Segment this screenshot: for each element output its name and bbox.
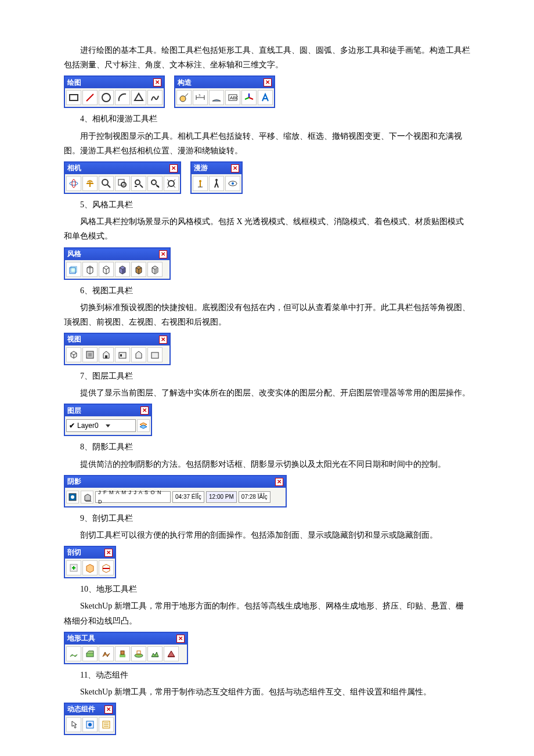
stamp-icon[interactable]: [115, 646, 130, 661]
svg-rect-0: [70, 95, 78, 100]
xray-mode-icon[interactable]: [66, 262, 81, 277]
arc-tool-icon[interactable]: [115, 90, 130, 105]
svg-point-27: [215, 179, 218, 181]
drape-icon[interactable]: [131, 646, 146, 661]
protractor-icon[interactable]: [209, 90, 224, 105]
shadow-dialog-icon[interactable]: [66, 491, 79, 503]
3dtext-tool-icon[interactable]: [258, 90, 273, 105]
draw-toolbar-title: 绘图: [67, 77, 81, 89]
circle-tool-icon[interactable]: [99, 90, 114, 105]
wireframe-mode-icon[interactable]: [82, 262, 98, 277]
monochrome-mode-icon[interactable]: [147, 262, 163, 277]
svg-point-24: [168, 181, 174, 186]
close-icon[interactable]: ✕: [104, 705, 113, 714]
svg-line-5: [185, 93, 188, 97]
look-around-icon[interactable]: [225, 176, 240, 191]
svg-point-17: [72, 179, 75, 188]
from-contours-icon[interactable]: [66, 646, 81, 661]
check-icon: ✔: [69, 420, 75, 433]
zoom-next-icon[interactable]: [147, 176, 163, 191]
section-9-title: 9、剖切工具栏: [64, 511, 470, 525]
svg-point-39: [71, 495, 74, 499]
dynamic-component-toolbar: 动态组件 ✕: [64, 703, 116, 735]
intro-paragraph: 进行绘图的基本工具。绘图工具栏包括矩形工具、直线工具、圆、圆弧、多边形工具和徒手…: [64, 43, 470, 72]
tape-measure-icon[interactable]: [176, 90, 192, 105]
dimension-tool-icon[interactable]: 3: [193, 90, 208, 105]
style-toolbar-title: 风格: [67, 248, 81, 261]
close-icon[interactable]: ✕: [140, 406, 149, 415]
zoom-extents-icon[interactable]: [164, 176, 179, 191]
current-layer-name: Layer0: [77, 420, 99, 433]
camera-toolbar: 相机 ✕: [64, 161, 181, 194]
rectangle-tool-icon[interactable]: [66, 90, 81, 105]
close-icon[interactable]: ✕: [153, 78, 161, 87]
top-view-icon[interactable]: [82, 347, 98, 362]
section-8-title: 8、阴影工具栏: [64, 440, 470, 454]
time-value-3: 07:28 ÏÂÎç: [239, 491, 270, 503]
close-icon[interactable]: ✕: [104, 549, 113, 557]
add-section-icon[interactable]: [66, 560, 81, 575]
svg-rect-37: [151, 352, 158, 358]
dropdown-arrow-icon: [106, 424, 110, 427]
layer-manager-icon[interactable]: [137, 419, 150, 432]
svg-rect-36: [120, 354, 122, 357]
interact-icon[interactable]: [66, 717, 81, 732]
back-view-icon[interactable]: [131, 347, 146, 362]
iso-view-icon[interactable]: [66, 347, 81, 362]
section-7-body: 提供了显示当前图层、了解选中实体所在的图层、改变实体的图层分配、开启图层管理器等…: [64, 386, 470, 400]
walk-icon[interactable]: [209, 176, 224, 191]
section-8-body: 提供简洁的控制阴影的方法。包括阴影对话框、阴影显示切换以及太阳光在不同日期和时间…: [64, 457, 470, 471]
terrain-toolbar: 地形工具 ✕: [64, 632, 188, 664]
svg-point-22: [135, 180, 140, 185]
zoom-icon[interactable]: [99, 176, 114, 191]
layer-dropdown[interactable]: ✔ Layer0: [66, 419, 136, 432]
freehand-tool-icon[interactable]: [147, 90, 163, 105]
flip-edge-icon[interactable]: [164, 646, 179, 661]
layer-toolbar-title: 图层: [67, 405, 81, 417]
orbit-icon[interactable]: [66, 176, 81, 191]
line-tool-icon[interactable]: [82, 90, 98, 105]
close-icon[interactable]: ✕: [231, 164, 239, 172]
close-icon[interactable]: ✕: [264, 78, 272, 87]
svg-point-18: [102, 179, 108, 185]
polygon-tool-icon[interactable]: [131, 90, 146, 105]
close-icon[interactable]: ✕: [275, 478, 283, 486]
close-icon[interactable]: ✕: [159, 336, 167, 344]
shadow-toggle-icon[interactable]: [81, 491, 93, 503]
left-view-icon[interactable]: [147, 347, 163, 362]
pan-icon[interactable]: [82, 176, 98, 191]
svg-line-14: [249, 98, 253, 99]
show-section-plane-icon[interactable]: [82, 560, 98, 575]
show-section-cut-icon[interactable]: [99, 560, 114, 575]
text-tool-icon[interactable]: ABC: [225, 90, 240, 105]
section-cut-toolbar: 剖切 ✕: [64, 546, 116, 578]
svg-point-23: [151, 180, 156, 185]
svg-line-15: [245, 98, 249, 99]
close-icon[interactable]: ✕: [176, 635, 185, 643]
right-view-icon[interactable]: [115, 347, 130, 362]
axes-tool-icon[interactable]: [241, 90, 257, 105]
svg-point-16: [70, 182, 78, 185]
textured-mode-icon[interactable]: [131, 262, 146, 277]
section-10-title: 10、地形工具栏: [64, 582, 470, 596]
svg-rect-43: [121, 651, 124, 654]
zoom-window-icon[interactable]: [115, 176, 130, 191]
from-scratch-icon[interactable]: [82, 646, 98, 661]
svg-rect-42: [120, 654, 125, 657]
close-icon[interactable]: ✕: [159, 250, 167, 258]
svg-point-21: [121, 182, 126, 187]
svg-text:3: 3: [199, 93, 200, 97]
zoom-previous-icon[interactable]: [131, 176, 146, 191]
front-view-icon[interactable]: [99, 347, 114, 362]
position-camera-icon[interactable]: [193, 176, 208, 191]
view-toolbar: 视图 ✕: [64, 333, 171, 365]
hidden-line-mode-icon[interactable]: [99, 262, 114, 277]
date-slider[interactable]: J F M A M J J A S O N D: [95, 491, 171, 503]
component-options-icon[interactable]: [82, 717, 98, 732]
section-6-title: 6、视图工具栏: [64, 283, 470, 298]
component-attributes-icon[interactable]: [99, 717, 114, 732]
smoove-icon[interactable]: [99, 646, 114, 661]
close-icon[interactable]: ✕: [169, 164, 178, 172]
add-detail-icon[interactable]: [147, 646, 163, 661]
shaded-mode-icon[interactable]: [115, 262, 130, 277]
